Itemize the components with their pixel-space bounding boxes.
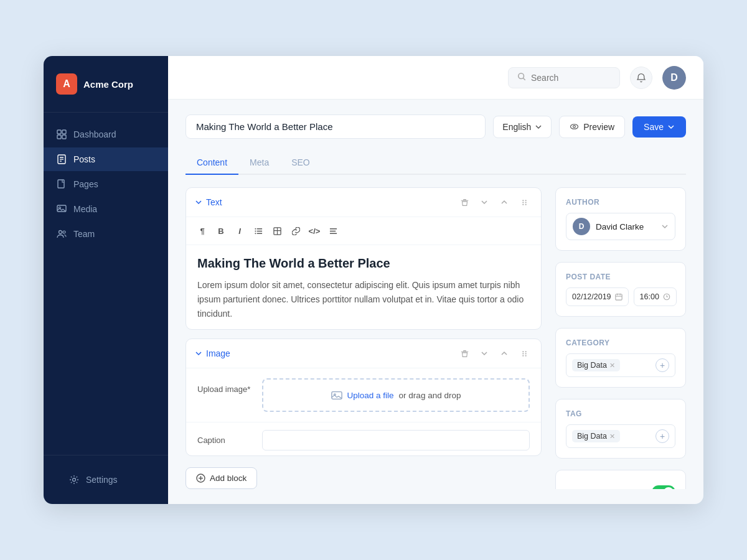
tag-row: Big Data ✕ +: [566, 424, 675, 448]
preview-label: Preview: [583, 122, 614, 132]
caption-field: Caption: [186, 422, 541, 456]
language-button[interactable]: English: [493, 116, 552, 138]
caption-input[interactable]: [262, 430, 530, 450]
image-upload-icon: [331, 390, 342, 401]
pages-icon: [56, 179, 67, 190]
category-chip: Big Data ✕: [572, 359, 620, 371]
sidebar-item-media-label: Media: [73, 204, 97, 214]
upload-rest-text: or drag and drop: [399, 391, 461, 400]
add-block-icon: [196, 474, 205, 483]
time-input[interactable]: 16:00: [634, 287, 677, 306]
toolbar-code[interactable]: </>: [306, 222, 323, 240]
sidebar-item-settings[interactable]: Settings: [56, 468, 156, 492]
sidebar-item-team[interactable]: Team: [44, 222, 168, 246]
user-avatar[interactable]: D: [662, 66, 686, 90]
sidebar-item-team-label: Team: [73, 229, 95, 239]
drag-image-block-button[interactable]: [516, 345, 532, 362]
svg-point-16: [571, 124, 578, 129]
add-block-label: Add block: [210, 474, 247, 483]
toolbar-bullet-list[interactable]: [250, 222, 267, 240]
svg-point-12: [63, 231, 65, 233]
chevron-down-icon: [535, 123, 542, 131]
page-content: English Preview Save Content: [168, 100, 703, 504]
author-name: David Clarke: [596, 222, 655, 231]
toolbar-align[interactable]: [324, 222, 342, 240]
sidebar-logo[interactable]: A Acme Corp: [44, 56, 168, 113]
image-collapse-icon: [195, 350, 202, 357]
svg-point-37: [525, 351, 526, 352]
svg-point-17: [573, 126, 576, 128]
move-up-button[interactable]: [496, 194, 512, 210]
category-remove-button[interactable]: ✕: [609, 362, 615, 370]
sidebar-item-dashboard[interactable]: Dashboard: [44, 123, 168, 146]
toolbar-bold[interactable]: B: [212, 222, 230, 240]
post-title-bar: English Preview Save: [186, 114, 686, 139]
toolbar-italic[interactable]: I: [231, 222, 248, 240]
move-image-down-button[interactable]: [476, 345, 492, 362]
save-button[interactable]: Save: [632, 116, 686, 138]
sidebar-nav: Dashboard Posts: [44, 113, 168, 455]
tag-section: Tag Big Data ✕ +: [555, 399, 686, 459]
post-date-section: Post date 02/12/2019: [555, 262, 686, 317]
image-upload-area[interactable]: Upload a file or drag and drop: [262, 378, 530, 412]
drag-block-button[interactable]: [516, 194, 532, 210]
eye-icon: [570, 122, 579, 131]
svg-point-36: [522, 351, 524, 352]
svg-point-29: [255, 233, 256, 234]
category-section: Category Big Data ✕ +: [555, 328, 686, 388]
upload-image-label: Upload image*: [197, 378, 253, 394]
post-title-input[interactable]: [186, 114, 486, 139]
image-block-header: Image: [186, 339, 541, 368]
toolbar-paragraph[interactable]: ¶: [194, 222, 211, 240]
sidebar-item-pages[interactable]: Pages: [44, 172, 168, 196]
preview-button[interactable]: Preview: [559, 116, 625, 138]
editor-body: Lorem ipsum dolor sit amet, consectetur …: [197, 278, 530, 321]
sidebar-item-posts[interactable]: Posts: [44, 147, 168, 171]
tag-add-button[interactable]: +: [655, 429, 669, 443]
tab-meta[interactable]: Meta: [238, 151, 280, 175]
publish-section: Published globally Published in English: [555, 470, 686, 489]
editor-content[interactable]: Making The World a Better Place Lorem ip…: [186, 245, 541, 330]
tag-chip: Big Data ✕: [572, 430, 620, 442]
move-down-button[interactable]: [476, 194, 492, 210]
delete-block-button[interactable]: [456, 194, 472, 210]
sidebar-item-media[interactable]: Media: [44, 197, 168, 221]
tab-seo[interactable]: SEO: [280, 151, 321, 175]
toolbar-table[interactable]: [268, 222, 286, 240]
notification-button[interactable]: [630, 67, 652, 89]
add-block-button[interactable]: Add block: [186, 467, 257, 489]
posts-icon: [56, 154, 67, 165]
text-block-header: Text: [186, 188, 541, 217]
toolbar-link[interactable]: [287, 222, 304, 240]
svg-point-39: [525, 353, 526, 354]
caption-label: Caption: [197, 436, 253, 445]
tab-content[interactable]: Content: [186, 151, 238, 175]
published-globally-toggle[interactable]: [652, 485, 675, 489]
team-icon: [56, 228, 67, 240]
text-block: Text: [186, 187, 542, 330]
search-bar[interactable]: [508, 67, 620, 88]
search-input[interactable]: [531, 73, 611, 83]
tag-remove-button[interactable]: ✕: [609, 432, 615, 441]
category-add-button[interactable]: +: [655, 358, 669, 372]
upload-link[interactable]: Upload a file: [347, 391, 394, 400]
tag-chip-label: Big Data: [577, 432, 607, 441]
svg-line-15: [523, 78, 525, 80]
svg-point-13: [73, 478, 76, 482]
svg-rect-8: [58, 180, 64, 188]
image-block-toggle[interactable]: Image: [195, 348, 230, 358]
svg-rect-0: [57, 130, 61, 134]
move-image-up-button[interactable]: [496, 345, 512, 362]
svg-point-40: [522, 355, 524, 356]
delete-image-block-button[interactable]: [456, 345, 472, 362]
text-block-toggle[interactable]: Text: [195, 197, 222, 207]
author-select[interactable]: D David Clarke: [566, 213, 675, 240]
save-label: Save: [644, 122, 664, 132]
date-input[interactable]: 02/12/2019: [566, 287, 629, 306]
category-tag-row: Big Data ✕ +: [566, 353, 675, 377]
logo-avatar: A: [56, 73, 77, 95]
image-upload-field: Upload image* Upload a file or drag and …: [186, 368, 541, 422]
svg-point-20: [522, 202, 524, 203]
search-icon: [517, 72, 526, 83]
svg-point-21: [525, 202, 526, 203]
